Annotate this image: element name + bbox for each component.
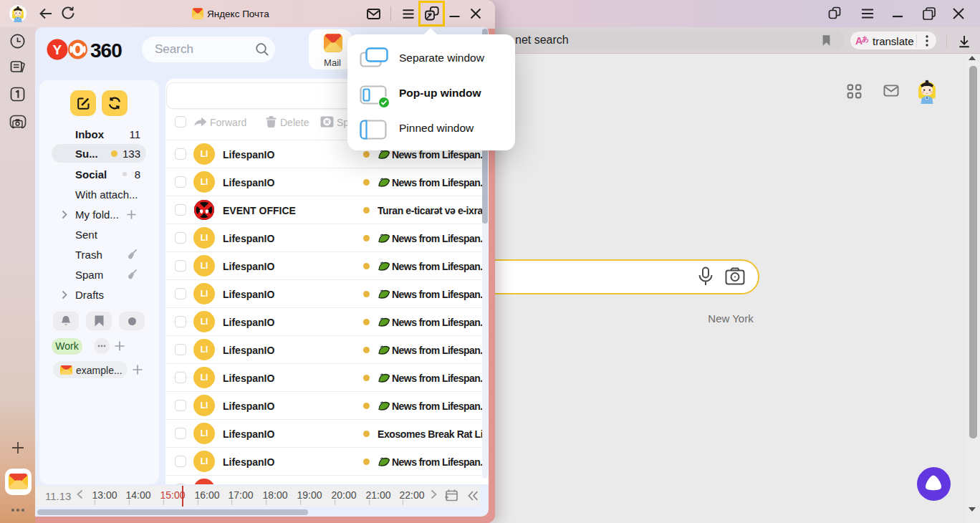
- svg-text:Y: Y: [53, 42, 62, 57]
- svg-text:あ: あ: [862, 35, 869, 43]
